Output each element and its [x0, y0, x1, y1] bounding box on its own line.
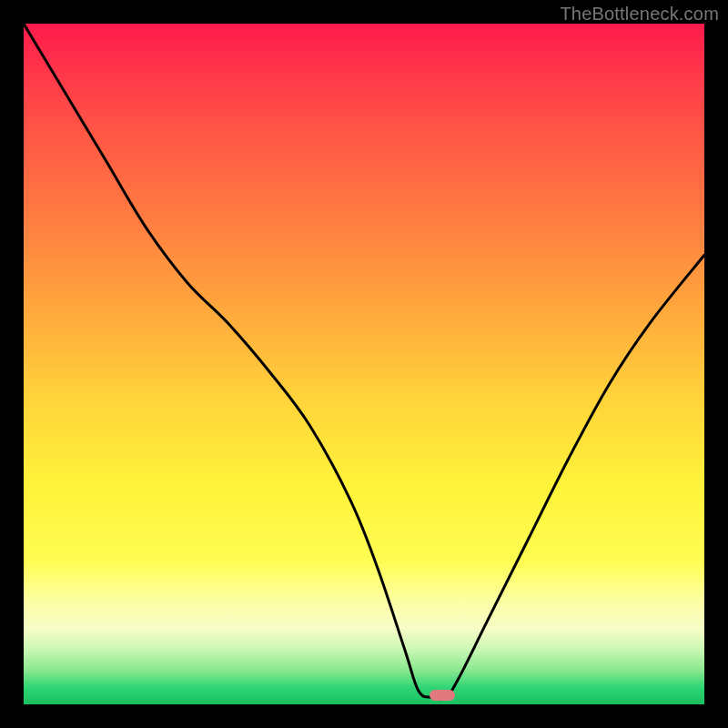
optimal-marker: [430, 690, 455, 701]
watermark-text: TheBottleneck.com: [560, 4, 719, 25]
chart-container: TheBottleneck.com: [0, 0, 728, 728]
plot-area: [24, 24, 704, 704]
curve-path: [24, 24, 704, 700]
bottleneck-curve: [24, 24, 704, 704]
